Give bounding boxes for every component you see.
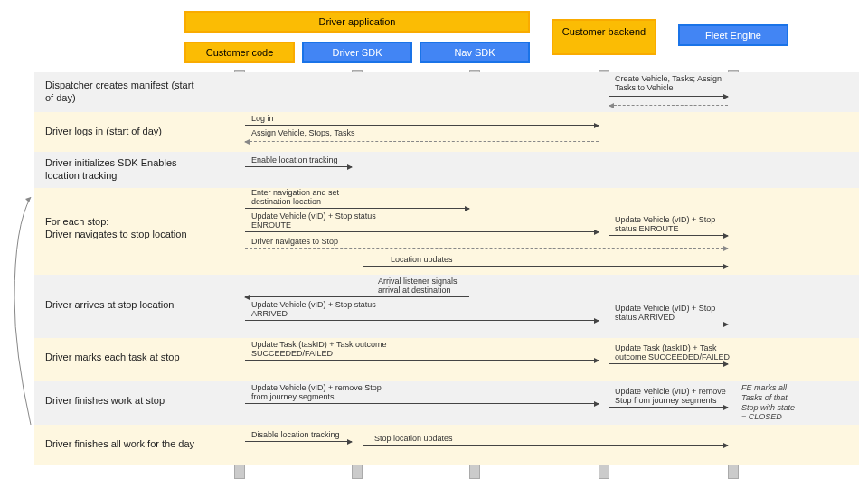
note-fe-closed: FE marks all Tasks of that Stop with sta…	[741, 383, 796, 422]
msg-4c: Update Vehicle (vID) + Stop status ENROU…	[615, 215, 732, 234]
arrow-8a	[245, 441, 352, 442]
msg-5b: Update Vehicle (vID) + Stop status ARRIV…	[251, 300, 378, 319]
arrow-2a	[245, 125, 599, 126]
msg-7a: Update Vehicle (vID) + remove Stop from …	[251, 383, 387, 402]
msg-7b: Update Vehicle (vID) + remove Stop from …	[615, 387, 741, 406]
msg-1a: Create Vehicle, Tasks; Assign Tasks to V…	[615, 74, 732, 93]
arrow-6a	[245, 360, 599, 361]
step-2-label: Driver logs in (start of day)	[45, 117, 199, 146]
arrow-7b	[609, 407, 728, 408]
step-7-label: Driver finishes work at stop	[45, 387, 199, 416]
msg-6b: Update Task (taskID) + Task outcome SUCC…	[615, 343, 741, 362]
step-6-label: Driver marks each task at stop	[45, 343, 199, 372]
arrow-6b	[609, 363, 728, 364]
msg-2a: Log in	[251, 114, 274, 123]
header-driver-application: Driver application	[184, 11, 530, 33]
arrow-7a	[245, 403, 599, 404]
arrow-5a	[245, 296, 469, 297]
arrow-1a-return	[609, 105, 728, 106]
arrow-4e	[363, 266, 728, 267]
header-nav-sdk: Nav SDK	[420, 42, 530, 63]
arrow-5b	[245, 320, 599, 321]
msg-8b: Stop location updates	[374, 434, 453, 443]
msg-4e: Location updates	[391, 255, 453, 264]
header-driver-sdk: Driver SDK	[302, 42, 412, 63]
loop-arrow-icon	[11, 190, 40, 434]
msg-4b: Update Vehicle (vID) + Stop status ENROU…	[251, 211, 378, 230]
arrow-1a	[609, 96, 728, 97]
step-1-label: Dispatcher creates manifest (start of da…	[45, 78, 199, 107]
arrow-2b	[245, 141, 599, 142]
msg-5a: Arrival listener signals arrival at dest…	[378, 277, 477, 296]
header-fleet-engine: Fleet Engine	[678, 24, 788, 46]
step-4-label: For each stop: Driver navigates to stop …	[45, 201, 199, 257]
msg-8a: Disable location tracking	[251, 430, 340, 439]
msg-3a: Enable location tracking	[251, 155, 338, 164]
header-customer-code: Customer code	[184, 42, 295, 63]
step-8-label: Driver finishes all work for the day	[45, 430, 199, 459]
arrow-4b	[245, 231, 599, 232]
arrow-5c	[609, 324, 728, 324]
arrow-8b	[363, 445, 728, 446]
header-customer-backend: Customer backend	[552, 19, 656, 55]
msg-6a: Update Task (taskID) + Task outcome SUCC…	[251, 340, 387, 359]
arrow-4d	[245, 248, 728, 249]
arrow-4c	[609, 235, 728, 236]
msg-2b: Assign Vehicle, Stops, Tasks	[251, 128, 354, 137]
step-5-label: Driver arrives at stop location	[45, 291, 199, 320]
msg-4a: Enter navigation and set destination loc…	[251, 188, 378, 207]
arrow-3a	[245, 166, 352, 167]
msg-4d: Driver navigates to Stop	[251, 237, 338, 246]
arrow-4a	[245, 208, 469, 209]
msg-5c: Update Vehicle (vID) + Stop status ARRIV…	[615, 304, 732, 323]
step-3-label: Driver initializes SDK Enables location …	[45, 155, 199, 184]
